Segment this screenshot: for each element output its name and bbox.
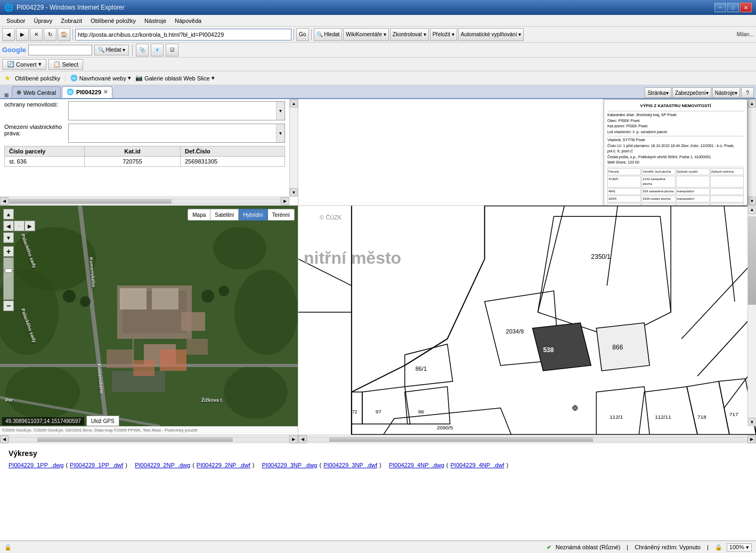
maximize-button[interactable]: □ — [727, 3, 739, 12]
link-3np-dwf[interactable]: PI004229_3NP_.dwf — [323, 462, 377, 468]
lock-icon: 🔒 — [4, 544, 12, 551]
close-button[interactable]: ✕ — [740, 3, 752, 12]
tab-web-central[interactable]: ⊕ Web Central — [12, 86, 61, 98]
link-4np-dwf[interactable]: PI004229_4NP_.dwf — [451, 462, 505, 468]
google-more[interactable]: ☑ — [166, 44, 178, 56]
zoom-out[interactable]: − — [3, 300, 14, 311]
select-button[interactable]: 📋 Select — [48, 59, 84, 70]
address-input[interactable] — [75, 29, 291, 40]
link-2np-dwg[interactable]: PI004229_2NP_.dwg — [135, 462, 190, 468]
google-tools[interactable]: 📎 — [136, 44, 149, 56]
btn-satelitni[interactable]: Satelitní — [210, 209, 239, 221]
vscroll-cadastral[interactable]: ▲ ▼ — [747, 206, 756, 426]
vscroll-cad-up[interactable]: ▲ — [748, 206, 756, 214]
google-search-button[interactable]: 🔍 Hledat ▾ — [94, 45, 129, 55]
link-1pp-dwf[interactable]: PI004229_1PP_.dwf — [70, 462, 123, 468]
home-button[interactable]: 🏠 — [58, 28, 70, 41]
fav-navrhované[interactable]: 🌐 Navrhované weby ▾ — [70, 75, 131, 82]
hscroll-map-l-thumb[interactable] — [37, 437, 233, 442]
nav-up[interactable]: ▲ — [3, 209, 14, 219]
hscroll-map-l-rbtn[interactable]: ▶ — [289, 435, 298, 443]
user-label: Milan... — [737, 31, 754, 37]
google-share[interactable]: 📧 — [151, 44, 164, 56]
menu-napoveda[interactable]: Nápověda — [170, 17, 206, 25]
convert-button[interactable]: 🔄 Convert ▾ — [2, 59, 46, 70]
ochrany-input[interactable]: ▼ — [68, 101, 285, 120]
uloz-gps-button[interactable]: Ulož GPS — [86, 416, 119, 426]
forward-button[interactable]: ▶ — [16, 28, 29, 41]
hscroll-thumb-form[interactable] — [9, 199, 172, 204]
tab-pi004229[interactable]: 🌐 PI004229 ✕ — [62, 86, 112, 98]
nastroje-button[interactable]: Nástroje ▾ — [712, 87, 740, 98]
vscroll-doc-down[interactable]: ▼ — [748, 197, 756, 205]
hscroll-map-l-track[interactable] — [9, 437, 289, 442]
menu-nastroje[interactable]: Nástroje — [140, 17, 170, 25]
checkmark-icon: ✔ — [547, 544, 551, 551]
stránka-button[interactable]: Stránka ▾ — [645, 87, 671, 98]
nav-left[interactable]: ◀ — [3, 221, 14, 231]
vscroll-up[interactable]: ▲ — [290, 99, 298, 108]
hscroll-track-form[interactable] — [9, 199, 281, 204]
hscroll-map-r-lbtn[interactable]: ◀ — [298, 435, 307, 443]
omezeni-input[interactable]: ▼ — [68, 124, 285, 143]
hscroll-map-r-rbtn[interactable]: ▶ — [747, 435, 756, 443]
google-search-input[interactable] — [28, 45, 92, 55]
zoom-in[interactable]: + — [3, 246, 14, 257]
hscroll-left[interactable]: ◀ — [0, 197, 9, 205]
btn-hybridni[interactable]: Hybridní — [239, 209, 267, 221]
vscroll-doc-up[interactable]: ▲ — [748, 99, 756, 108]
autofill-btn[interactable]: Automatické vyplňování ▾ — [458, 28, 524, 41]
hscroll-map-r-track[interactable] — [307, 437, 747, 442]
menu-zobrazit[interactable]: Zobrazit — [56, 17, 86, 25]
link-2np-dwf[interactable]: PI004229_2NP_.dwf — [197, 462, 250, 468]
link-4np-dwg[interactable]: PI004229_4NP_.dwg — [389, 462, 444, 468]
stop-button[interactable]: ✕ — [30, 28, 43, 41]
tab-list-icon[interactable]: ⊞ — [2, 92, 11, 98]
back-button[interactable]: ◀ — [2, 28, 15, 41]
fav-galerie[interactable]: 📷 Galerie oblasti Web Slice ▾ — [135, 75, 215, 82]
hscroll-map-r-thumb[interactable] — [329, 437, 593, 442]
nav-down[interactable]: ▼ — [3, 232, 14, 243]
menu-upravy[interactable]: Úpravy — [29, 17, 56, 25]
search-btn-tb1[interactable]: 🔍 Hledat — [314, 28, 343, 41]
go-button[interactable]: Go — [296, 28, 309, 41]
vscroll-cad-thumb[interactable] — [748, 216, 756, 305]
vscroll-form[interactable]: ▲ ▼ — [289, 99, 298, 197]
menu-oblibene[interactable]: Oblíbené položky — [86, 17, 140, 25]
nav-center[interactable]: · — [14, 221, 25, 231]
link-1pp-dwg[interactable]: PI004229_1PP_.dwg — [9, 462, 63, 468]
hscroll-map-l-btn[interactable]: ◀ — [0, 435, 9, 443]
vykresy-links: PI004229_1PP_.dwg ( PI004229_1PP_.dwf ) … — [9, 462, 747, 468]
doc-line4: List vlastnictví: č. p. označení parcel — [607, 129, 744, 135]
ochrany-scroll[interactable]: ▼ — [276, 102, 284, 120]
help-button[interactable]: ? — [741, 87, 754, 98]
hscroll-form[interactable]: ◀ ▶ — [0, 197, 289, 205]
hscroll-map-left[interactable]: ◀ ▶ — [0, 435, 298, 443]
zoom-control[interactable]: 100% ▾ — [727, 543, 752, 551]
vscroll-down[interactable]: ▼ — [290, 188, 298, 197]
menu-soubor[interactable]: Soubor — [2, 17, 29, 25]
zabezpeceni-button[interactable]: Zabezpečení ▾ — [672, 87, 711, 98]
zkontrolovat-btn[interactable]: Zkontrolovat ▾ — [390, 28, 429, 41]
sep2 — [294, 29, 294, 40]
refresh-button[interactable]: ↻ — [44, 28, 56, 41]
minimize-button[interactable]: − — [714, 3, 726, 12]
tab-bar: ⊞ ⊕ Web Central 🌐 PI004229 ✕ Stránka ▾ Z… — [0, 85, 756, 99]
wiki-btn[interactable]: WikiKomentáře ▾ — [343, 28, 389, 41]
prelozit-btn[interactable]: Přeložit ▾ — [430, 28, 457, 41]
nav-right[interactable]: ▶ — [25, 221, 35, 231]
zoom-thumb[interactable] — [5, 269, 12, 273]
hscroll-map-right[interactable]: ◀ ▶ — [298, 435, 756, 443]
hscroll-right[interactable]: ▶ — [281, 197, 289, 205]
vscroll-doc[interactable]: ▲ ▼ — [747, 99, 756, 205]
zoom-slider[interactable] — [3, 257, 14, 300]
fav-oblibene[interactable]: Oblíbené položky — [15, 75, 60, 82]
vscroll-cad-down[interactable]: ▼ — [748, 418, 756, 426]
svg-point-5 — [234, 270, 298, 355]
link-3np-dwg[interactable]: PI004229_3NP_.dwg — [262, 462, 318, 468]
tab-close-pi[interactable]: ✕ — [103, 89, 108, 95]
btn-mapa[interactable]: Mapa — [188, 209, 210, 221]
btn-terenni[interactable]: Terénní — [268, 209, 295, 221]
convert-icon: 🔄 — [7, 61, 14, 68]
omezeni-scroll[interactable]: ▼ — [276, 124, 284, 142]
